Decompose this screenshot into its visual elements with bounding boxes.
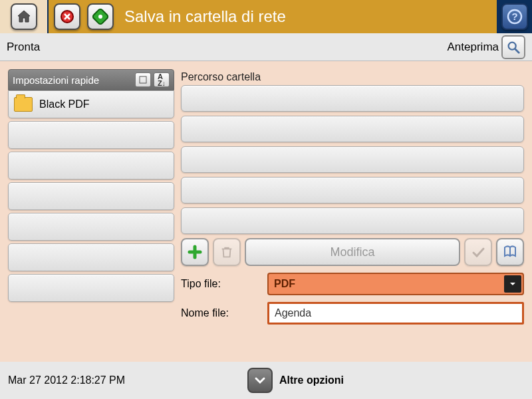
file-name-input[interactable]: Agenda — [267, 302, 524, 325]
quickset-item[interactable]: Black PDF — [8, 90, 174, 118]
plus-icon — [187, 244, 203, 260]
add-path-button[interactable] — [181, 238, 209, 266]
home-button[interactable] — [11, 3, 37, 30]
folder-path-row[interactable] — [181, 85, 524, 112]
check-icon — [470, 244, 486, 260]
addressbook-button[interactable] — [496, 238, 524, 266]
delete-path-button[interactable] — [213, 238, 241, 266]
quickset-item[interactable] — [8, 243, 174, 271]
folder-path-row[interactable] — [181, 177, 524, 203]
quickset-item[interactable] — [8, 121, 174, 149]
dropdown-arrow — [504, 275, 521, 293]
cancel-icon — [59, 9, 75, 25]
help-icon: ? — [507, 9, 523, 25]
start-icon — [92, 9, 108, 25]
svg-point-2 — [98, 15, 102, 19]
help-button[interactable]: ? — [501, 3, 528, 30]
svg-text:?: ? — [511, 11, 517, 22]
start-button[interactable] — [87, 3, 114, 30]
confirm-button[interactable] — [464, 238, 492, 266]
cancel-button[interactable] — [54, 3, 80, 30]
modify-button-label: Modifica — [330, 245, 374, 259]
quicksets-header-label: Impostazioni rapide — [13, 74, 132, 86]
page-title: Salva in cartella di rete — [124, 7, 286, 26]
magnifier-icon — [506, 40, 521, 55]
preview-label: Anteprima — [448, 41, 499, 54]
file-name-label: Nome file: — [181, 307, 261, 319]
quickset-item[interactable] — [8, 274, 174, 302]
folder-path-row[interactable] — [181, 146, 524, 173]
quickset-item[interactable] — [8, 213, 174, 241]
layout-icon — [139, 76, 147, 84]
quicksets-header: Impostazioni rapide AZ↓ — [8, 69, 174, 90]
modify-button[interactable]: Modifica — [245, 238, 460, 266]
file-type-dropdown[interactable]: PDF — [267, 273, 524, 295]
quicksets-sort-button[interactable]: AZ↓ — [154, 72, 170, 87]
preview-button[interactable] — [501, 35, 525, 59]
home-icon — [16, 9, 32, 25]
book-icon — [502, 244, 518, 260]
quicksets-layout-button[interactable] — [135, 72, 151, 87]
svg-rect-7 — [140, 76, 146, 83]
quickset-item[interactable] — [8, 152, 174, 180]
trash-icon — [219, 245, 234, 259]
folder-path-row[interactable] — [181, 116, 524, 142]
quickset-item[interactable] — [8, 182, 174, 210]
chevron-down-icon — [253, 374, 267, 387]
file-type-label: Tipo file: — [181, 278, 261, 290]
quickset-item-label: Black PDF — [39, 98, 90, 110]
more-options-button[interactable] — [247, 368, 273, 393]
file-name-value: Agenda — [275, 307, 311, 319]
more-options-label: Altre opzioni — [279, 374, 344, 386]
folder-icon — [14, 97, 33, 112]
folder-path-row[interactable] — [181, 207, 524, 234]
chevron-down-icon — [509, 280, 517, 288]
folder-path-label: Percorso cartella — [181, 69, 524, 85]
timestamp: Mar 27 2012 2:18:27 PM — [8, 374, 247, 386]
status-ready: Pronta — [7, 41, 448, 54]
sort-icon: AZ↓ — [158, 73, 166, 86]
file-type-value: PDF — [274, 278, 295, 290]
svg-line-6 — [515, 49, 519, 53]
